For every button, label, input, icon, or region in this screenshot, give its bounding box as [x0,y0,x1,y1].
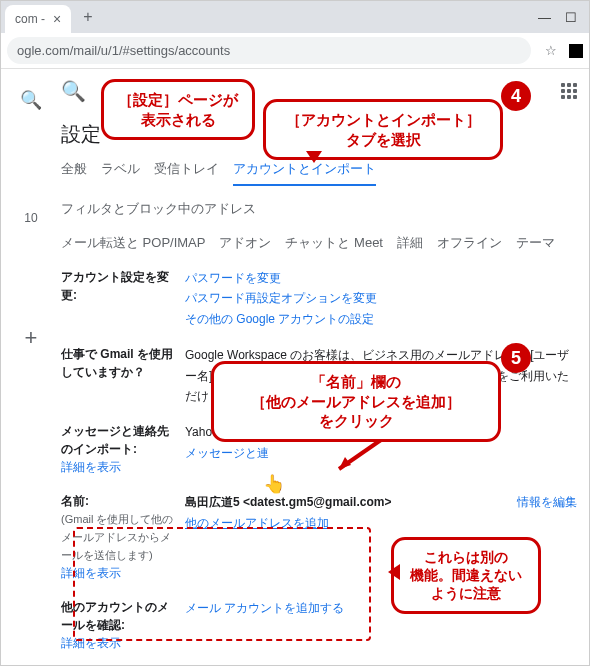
window-buttons: — ☐ [538,10,585,25]
tab-advanced[interactable]: 詳細 [397,234,423,252]
compose-plus-icon[interactable]: + [25,325,38,351]
search-icon[interactable]: 🔍 [20,89,42,111]
tab-accounts[interactable]: アカウントとインポート [233,160,376,186]
tab-inbox[interactable]: 受信トレイ [154,160,219,186]
gmail-search-icon[interactable]: 🔍 [61,79,86,103]
settings-tabs-row2: メール転送と POP/IMAP アドオン チャットと Meet 詳細 オフライン… [61,234,577,252]
other-account-settings-link[interactable]: その他の Google アカウントの設定 [185,309,577,329]
step-badge-5: 5 [501,343,531,373]
tab-chat[interactable]: チャットと Meet [285,234,383,252]
browser-tab[interactable]: com - × [5,5,71,33]
callout-select-tab: ［アカウントとインポート］タブを選択 [263,99,503,160]
edit-info-link[interactable]: 情報を編集 [517,492,577,512]
dashed-highlight-box [73,527,371,641]
tab-filters[interactable]: フィルタとブロック中のアドレス [61,200,256,224]
gmail-sidebar: 🔍 10 + [1,69,61,665]
sidebar-count: 10 [24,211,37,225]
tab-general[interactable]: 全般 [61,160,87,186]
change-password-link[interactable]: パスワードを変更 [185,268,577,288]
address-bar[interactable]: ogle.com/mail/u/1/#settings/accounts [7,37,531,64]
address-bar-row: ogle.com/mail/u/1/#settings/accounts ☆ [1,33,589,69]
tab-title: com - [15,12,45,26]
import-more-link[interactable]: 詳細を表示 [61,460,121,474]
mouse-cursor-icon: 👆 [263,473,285,495]
callout-settings-page: ［設定］ページが表示される [101,79,255,140]
tab-offline[interactable]: オフライン [437,234,502,252]
tab-forwarding[interactable]: メール転送と POP/IMAP [61,234,205,252]
name-label: 名前: [61,494,89,508]
import-messages-link[interactable]: メッセージと連 [185,446,269,460]
apps-grid-icon[interactable] [561,83,577,99]
close-tab-icon[interactable]: × [53,11,61,27]
browser-tab-strip: com - × + — ☐ [1,1,589,33]
change-settings-label: アカウント設定を変更: [61,268,179,329]
minimize-icon[interactable]: — [538,10,551,25]
bookmark-star-icon[interactable]: ☆ [539,43,563,58]
callout-warning: これらは別の機能。間違えないように注意 [391,537,541,614]
callout-add-email: 「名前」欄の［他のメールアドレスを追加］をクリック [211,361,501,442]
workspace-label: 仕事で Gmail を使用していますか？ [61,345,179,406]
tab-addons[interactable]: アドオン [219,234,271,252]
import-label: メッセージと連絡先のインポート: [61,424,169,456]
change-recovery-link[interactable]: パスワード再設定オプションを変更 [185,288,577,308]
maximize-icon[interactable]: ☐ [565,10,577,25]
extension-icon[interactable] [569,44,583,58]
tab-themes[interactable]: テーマ [516,234,555,252]
new-tab-button[interactable]: + [77,6,98,28]
tab-labels[interactable]: ラベル [101,160,140,186]
send-as-address: 島田広道5 <datest.gm5@gmail.com> [185,495,391,509]
step-badge-4: 4 [501,81,531,111]
